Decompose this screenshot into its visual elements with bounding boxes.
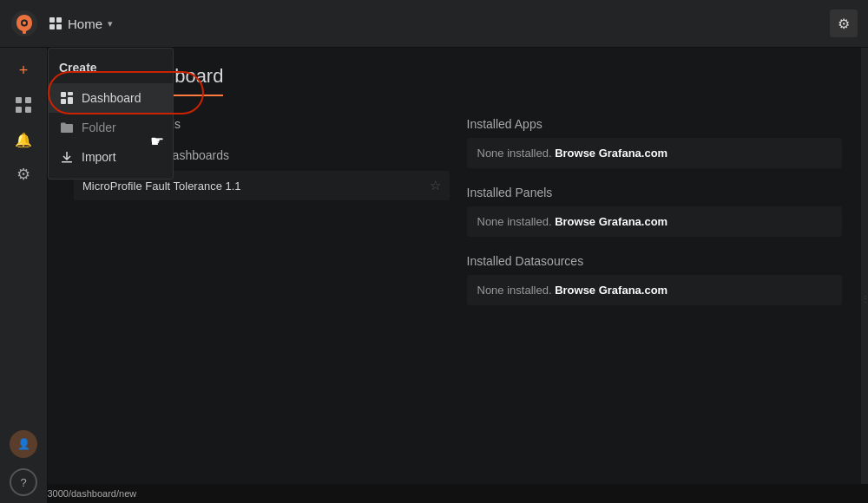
main-layout: + 🔔 ⚙ 👤 ? Create	[0, 48, 868, 503]
home-chevron: ▾	[108, 18, 113, 29]
gear-icon: ⚙	[838, 16, 850, 32]
dashboard-item-name: MicroProfile Fault Tolerance 1.1	[82, 180, 241, 193]
statusbar: localhost:3000/dashboard/new	[0, 484, 868, 503]
sidebar: + 🔔 ⚙ 👤 ?	[0, 48, 48, 503]
sidebar-item-dashboards[interactable]	[6, 89, 41, 121]
panels-none-text: None installed.	[477, 215, 556, 228]
svg-point-2	[23, 22, 26, 25]
grafana-logo[interactable]	[10, 10, 38, 37]
svg-rect-5	[49, 24, 55, 29]
svg-rect-14	[68, 92, 73, 95]
datasources-box: None installed. Browse Grafana.com	[467, 275, 843, 305]
svg-text:👤: 👤	[17, 437, 30, 450]
resize-handle[interactable]: ⋮	[861, 48, 868, 503]
svg-rect-13	[61, 92, 66, 97]
sidebar-item-alerts[interactable]: 🔔	[6, 124, 41, 155]
folder-icon	[59, 120, 75, 135]
installed-panels-section: Installed Panels None installed. Browse …	[467, 186, 843, 237]
apps-none-text: None installed.	[477, 147, 556, 160]
user-avatar[interactable]: 👤	[10, 430, 37, 458]
home-button[interactable]: Home ▾	[49, 16, 113, 31]
sidebar-item-config[interactable]: ⚙	[6, 159, 41, 190]
svg-rect-3	[49, 17, 55, 23]
content-grid: Starred dashboards Recently viewed dashb…	[74, 117, 842, 323]
dropdown-import-label: Import	[82, 150, 116, 164]
help-icon: ?	[20, 476, 26, 489]
svg-rect-16	[68, 97, 73, 104]
svg-rect-15	[61, 99, 66, 104]
dropdown-header: Create	[49, 56, 173, 83]
panels-browse-link[interactable]: Browse Grafana.com	[555, 215, 667, 228]
dropdown-item-folder[interactable]: Folder	[49, 113, 173, 142]
dropdown-folder-label: Folder	[82, 121, 116, 134]
svg-rect-6	[56, 24, 62, 29]
settings-button[interactable]: ⚙	[830, 10, 858, 37]
dropdown-item-dashboard[interactable]: Dashboard	[49, 83, 173, 113]
create-dropdown: Create Dashboard Folder	[48, 48, 174, 180]
help-button[interactable]: ?	[10, 468, 37, 496]
dropdown-dashboard-label: Dashboard	[82, 91, 141, 105]
datasources-none-text: None installed.	[477, 284, 556, 297]
datasources-title: Installed Datasources	[467, 254, 843, 268]
apps-title: Installed Apps	[467, 117, 843, 131]
panels-title: Installed Panels	[467, 186, 843, 199]
plus-icon: +	[19, 62, 29, 80]
home-label: Home	[68, 16, 102, 31]
svg-rect-7	[16, 97, 22, 103]
svg-rect-10	[25, 107, 31, 113]
svg-rect-9	[16, 107, 22, 113]
import-icon	[59, 149, 75, 165]
dropdown-item-import[interactable]: Import	[49, 142, 173, 172]
dashboard-icon	[59, 90, 75, 106]
sidebar-item-create[interactable]: +	[6, 55, 41, 86]
topbar: Home ▾ ⚙	[0, 0, 868, 48]
svg-rect-4	[56, 17, 62, 23]
config-gear-icon: ⚙	[16, 165, 30, 184]
installed-apps-section: Installed Apps None installed. Browse Gr…	[467, 117, 843, 168]
apps-browse-link[interactable]: Browse Grafana.com	[555, 147, 667, 160]
bell-icon: 🔔	[15, 132, 32, 148]
right-panel: Installed Apps None installed. Browse Gr…	[467, 117, 843, 323]
panels-box: None installed. Browse Grafana.com	[467, 206, 843, 237]
svg-rect-17	[62, 161, 72, 163]
svg-rect-8	[25, 97, 31, 103]
datasources-browse-link[interactable]: Browse Grafana.com	[555, 284, 667, 297]
star-icon[interactable]: ☆	[430, 178, 441, 193]
apps-box: None installed. Browse Grafana.com	[467, 138, 843, 168]
installed-datasources-section: Installed Datasources None installed. Br…	[467, 254, 843, 305]
